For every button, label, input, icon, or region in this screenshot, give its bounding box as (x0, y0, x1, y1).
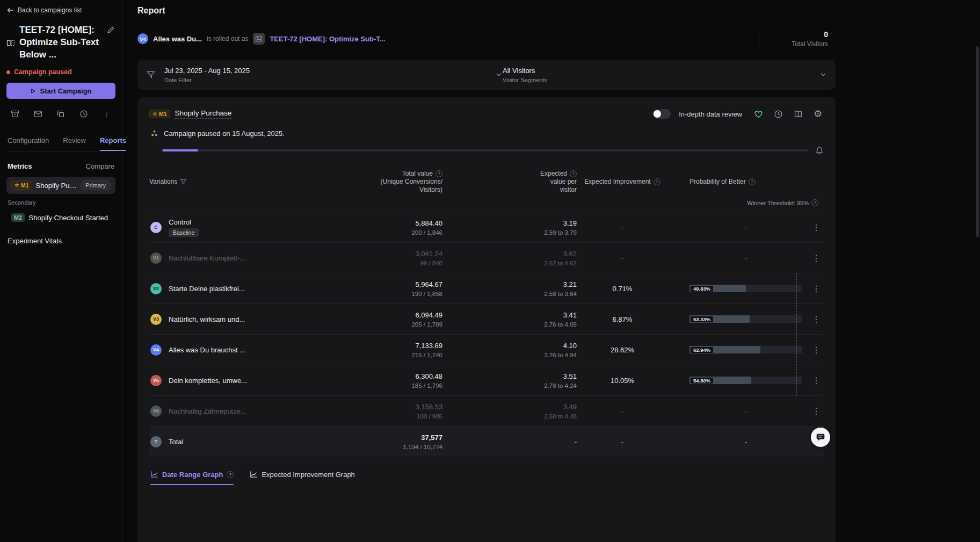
expected-value: 3.21 (442, 280, 577, 288)
chat-widget-button[interactable] (811, 428, 830, 447)
duplicate-button[interactable] (52, 106, 70, 121)
variation-name: Alles was Du brauchst ... (169, 346, 245, 354)
date-filter-dropdown[interactable]: Jul 23, 2025 - Aug 15, 2025 Date Filter (164, 67, 503, 83)
docs-book-icon[interactable] (792, 108, 804, 120)
filter-bar: Jul 23, 2025 - Aug 15, 2025 Date Filter … (137, 60, 836, 90)
help-icon[interactable]: ? (435, 170, 442, 177)
settings-gear-icon[interactable]: ⚙ (812, 108, 824, 120)
metrics-heading: Metrics (8, 162, 32, 170)
main-content: Report V4 Alles was Du... is rolled out … (122, 0, 980, 542)
report-metric-name[interactable]: Shopify Purchase (175, 109, 232, 119)
col-total-sub2: Visitors) (346, 186, 442, 194)
row-menu-icon[interactable]: ⋮ (809, 406, 824, 416)
row-menu-icon[interactable]: ⋮ (809, 345, 824, 355)
start-campaign-label: Start Campaign (40, 87, 91, 95)
rollout-campaign-link[interactable]: TEET-72 [HOME]: Optimize Sub-T... (270, 35, 385, 43)
variation-badge: V2 (150, 283, 162, 294)
start-campaign-button[interactable]: Start Campaign (6, 83, 115, 99)
secondary-metric-item[interactable]: M2 Shopify Checkout Started (6, 211, 115, 224)
expected-value: 3.51 (442, 372, 577, 380)
expected-range: 2.62 to 4.62 (442, 260, 577, 266)
probability-value: - (689, 254, 802, 262)
tab-date-range-label: Date Range Graph (162, 471, 223, 479)
col-variations: Variations (149, 178, 177, 186)
total-value: 3,158.53 (346, 403, 442, 411)
improvement-value: - (621, 438, 623, 446)
tab-expected-improvement-graph[interactable]: Expected Improvement Graph (250, 471, 354, 485)
email-button[interactable] (30, 106, 47, 121)
row-menu-icon[interactable]: ⋮ (809, 284, 824, 294)
row-menu-icon[interactable]: ⋮ (809, 375, 824, 386)
time-spent-icon[interactable] (772, 108, 784, 120)
metric-m1-badge: ☆M1 (11, 181, 32, 190)
probability-value: - (689, 407, 802, 415)
variations-filter-icon[interactable] (180, 178, 187, 185)
date-filter-label: Date Filter (164, 77, 490, 83)
status-label: Campaign paused (14, 68, 72, 76)
compare-link[interactable]: Compare (86, 162, 114, 170)
kebab-icon: ⋮ (103, 110, 110, 118)
expected-range: 2.76 to 4.05 (442, 321, 577, 328)
campaign-health-icon[interactable] (752, 108, 764, 120)
status-dot-icon (6, 70, 10, 74)
more-options-button[interactable]: ⋮ (98, 106, 115, 121)
expected-value: - (442, 438, 577, 446)
tab-date-range-graph[interactable]: Date Range Graph ? (150, 471, 234, 485)
help-icon[interactable]: ? (811, 199, 818, 206)
tab-configuration[interactable]: Configuration (8, 133, 49, 151)
progress-fill (162, 149, 198, 151)
probability-value: 49.83% (691, 286, 713, 292)
total-visitors-label: Total Visitors (792, 40, 828, 48)
row-menu-icon[interactable]: ⋮ (809, 314, 824, 324)
primary-metric-item[interactable]: ☆M1 Shopify Purchase Primary (6, 177, 115, 194)
baseline-pill: Baseline (169, 228, 199, 237)
total-visitors-block: 0 Total Visitors (759, 28, 836, 49)
total-value: 6,300.48 (346, 372, 442, 380)
variation-badge: V5 (150, 375, 162, 386)
segment-filter-value: All Visitors (503, 67, 814, 75)
expected-value: 3.49 (442, 403, 577, 411)
chevron-down-icon (819, 71, 827, 78)
page-title: Report (137, 6, 836, 16)
filter-funnel-icon[interactable] (137, 70, 164, 79)
edit-title-icon[interactable] (107, 26, 115, 34)
variation-name: Nachhaltig Zähneputze... (169, 407, 246, 415)
back-to-campaigns-link[interactable]: Back to campaigns list (6, 5, 115, 15)
progress-track (162, 149, 809, 151)
expected-value: 3.19 (442, 219, 577, 227)
table-row: V4 Alles was Du brauchst ... 7,133.69215… (149, 334, 824, 365)
conversions-visitors: 185 / 1,796 (346, 382, 442, 389)
rollout-text: is rolled out as (207, 35, 248, 42)
expected-range: 3.26 to 4.94 (442, 352, 577, 358)
help-icon[interactable]: ? (749, 178, 756, 185)
scrollbar[interactable] (976, 46, 979, 237)
improvement-value: 0.71% (613, 285, 633, 293)
in-depth-toggle[interactable] (652, 109, 671, 119)
campaign-title-block: TEET-72 [HOME]: Optimize Sub-Text Below … (6, 24, 115, 61)
row-menu-icon[interactable]: ⋮ (809, 253, 824, 263)
variation-name: Nachfüllbare Komplett-... (169, 254, 245, 262)
date-filter-value: Jul 23, 2025 - Aug 15, 2025 (164, 67, 490, 75)
campaign-progress (149, 146, 824, 155)
table-total-row: T Total 37,5771,194 / 10,774 - - - ⋮ (149, 426, 824, 457)
tab-review[interactable]: Review (63, 133, 86, 151)
variation-badge: T (150, 436, 162, 447)
segment-filter-label: Visitor Segments (503, 77, 814, 83)
rollout-banner: V4 Alles was Du... is rolled out as TEET… (137, 26, 836, 51)
star-icon: ☆ (14, 183, 19, 188)
page-thumbnail-icon (253, 33, 265, 45)
total-value: 5,964.67 (346, 280, 442, 288)
visitor-segments-dropdown[interactable]: All Visitors Visitor Segments (503, 67, 827, 83)
row-menu-icon[interactable]: ⋮ (809, 222, 824, 233)
experiment-vitals-link[interactable]: Experiment Vitals (6, 237, 115, 245)
history-button[interactable] (75, 106, 93, 121)
help-icon[interactable]: ? (570, 170, 577, 177)
probability-value: 53.33% (691, 316, 713, 322)
probability-bar: 53.33% (689, 315, 802, 323)
col-expected-sub2: visitor (442, 186, 577, 194)
variation-badge: V3 (150, 314, 162, 325)
help-icon[interactable]: ? (227, 471, 234, 478)
archive-button[interactable] (6, 106, 24, 121)
help-icon[interactable]: ? (654, 178, 660, 185)
toggle-knob (654, 110, 661, 118)
